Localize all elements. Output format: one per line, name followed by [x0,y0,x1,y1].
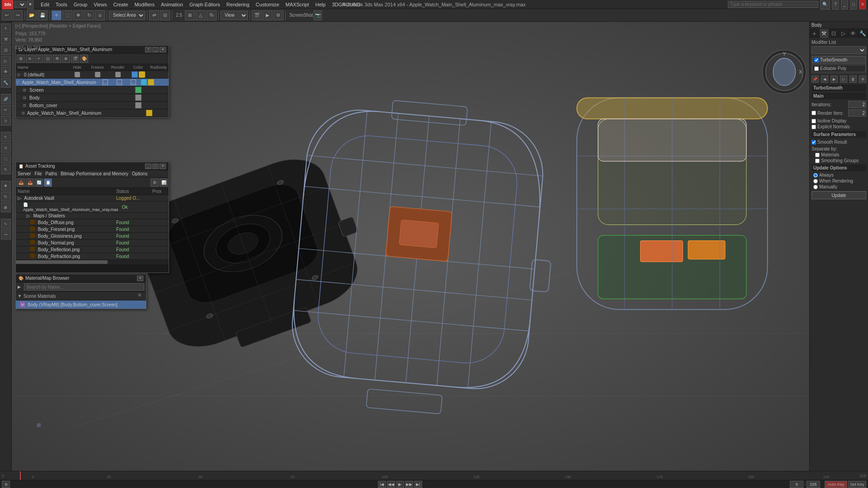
next-key-btn[interactable]: ▶| [414,481,422,488]
render-btn[interactable]: ▶ [263,10,273,20]
tab-hierarchy[interactable]: ⊡ [829,29,839,38]
modifier-edpoly[interactable]: Editable Poly [812,65,866,72]
asset-menu-paths[interactable]: Paths [46,171,57,176]
asset-row-normal[interactable]: Body_Normal.png Found [16,239,169,246]
layers-freeze-btn[interactable]: ❄ [62,55,70,63]
move-btn[interactable]: ✥ [73,10,83,20]
menu-modifiers[interactable]: Modifiers [132,2,157,7]
freeform-tool[interactable]: 〜 [1,230,11,239]
layers-settings-btn[interactable]: ⚙ [17,55,25,63]
minimize-btn[interactable]: _ [841,0,848,9]
mod-prev-btn[interactable]: ◀ [821,75,828,83]
asset-row-maps[interactable]: ▷ Maps / Shaders [16,213,169,219]
asset-tool3[interactable]: 🔄 [35,178,43,187]
material-close-btn[interactable]: ✕ [137,276,143,281]
redo-btn[interactable]: ↪ [13,10,23,20]
paint-tool[interactable]: ✎ [1,164,11,174]
asset-close-btn[interactable]: ✕ [160,164,166,169]
modify-tool[interactable]: ⚒ [1,34,11,44]
layers-delete-btn[interactable]: ✕ [26,55,34,63]
motion-tool[interactable]: ▷ [1,56,11,66]
modifier-dropdown[interactable] [811,46,866,54]
layer-row-screen[interactable]: ⊡ Screen [16,86,169,94]
menu-edit[interactable]: Edit [38,2,52,7]
mod-cfg-btn[interactable]: ⚙ [859,75,866,83]
move-tool[interactable]: ✥ [1,181,11,191]
layer-row-apple[interactable]: ▽ Apple_Watch_Main_Shell_Aluminum — — — [16,79,169,86]
layers-obj-btn[interactable]: ⊡ [44,55,52,63]
select-tool[interactable]: ↖ [1,132,11,142]
prev-frame-btn[interactable]: ◀◀ [387,481,395,488]
modifier-turbosm[interactable]: TurboSmooth [812,56,866,64]
open-btn[interactable]: 📂 [27,10,37,20]
scale-tool[interactable]: ⊠ [1,202,11,212]
modifier-edpoly-cb[interactable] [814,66,819,71]
utility-tool[interactable]: 🔧 [1,78,11,88]
asset-tool6[interactable]: 📊 [160,178,168,187]
menu-rendering[interactable]: Rendering [224,2,252,7]
rect-select-tool[interactable]: ⬚ [1,154,11,164]
maximize-btn[interactable]: □ [850,0,857,9]
select-name-tool[interactable]: N [1,143,11,153]
modifier-turbosm-cb[interactable] [814,58,819,62]
render-frame-btn[interactable]: 🎬 [252,10,262,20]
menu-create[interactable]: Create [110,2,131,7]
render-settings-btn[interactable]: ⚙ [274,10,283,20]
select-filter[interactable]: Select Area [109,11,145,20]
play-btn[interactable]: ▶ [396,481,404,488]
layers-color-btn[interactable]: 🎨 [80,55,88,63]
menu-maxscript[interactable]: MAXScript [283,2,312,7]
menu-customize[interactable]: Customize [253,2,282,7]
asset-menu-bitmap[interactable]: Bitmap Performance and Memory [61,171,128,176]
set-key-btn[interactable]: Set Key [848,481,866,488]
timeline-track[interactable]: 0 0 25 50 75 100 125 150 175 200 225 225 [0,471,868,480]
asset-tool4[interactable]: 📋 [44,178,52,187]
asset-row-fresnel[interactable]: Body_Fresnel.png Found [16,226,169,233]
align-btn[interactable]: ⊟ [160,10,170,20]
display-tool[interactable]: 👁 [1,67,11,77]
asset-restore-btn[interactable]: □ [152,164,159,169]
asset-tool1[interactable]: 📤 [17,178,25,187]
menu-graph-editors[interactable]: Graph Editors [187,2,223,7]
isoline-checkbox[interactable] [811,119,816,123]
smoothing-groups-checkbox[interactable] [815,159,820,163]
workspace-select[interactable]: Workspace: Default [14,1,26,8]
viewport-area[interactable]: [+] [Perspective] [Realistic + Edged Fac… [12,22,809,471]
mod-delete-btn[interactable]: 🗑 [849,75,857,83]
material-item-body[interactable]: V Body (VRayMtl) [Body,Bottom_cover,Scre… [16,300,146,309]
asset-menu-server[interactable]: Server [18,171,31,176]
layer-row-bottom[interactable]: ⊡ Bottom_cover [16,102,169,109]
select-btn[interactable]: ✛ [52,10,61,20]
render-iters-input[interactable] [848,109,866,117]
rotate-btn[interactable]: ↻ [84,10,94,20]
asset-menu-file[interactable]: File [34,171,42,176]
next-frame-btn[interactable]: ▶▶ [405,481,413,488]
radio-always[interactable]: Always [813,173,866,178]
asset-row-file[interactable]: 📄 Apple_Watch_Main_Shell_Aluminum_max_vr… [16,202,169,213]
asset-menu-options[interactable]: Options [132,171,147,176]
asset-row-vault[interactable]: ▷ Autodesk Vault Logged O... [16,195,169,202]
menu-animation[interactable]: Animation [158,2,186,7]
layers-add-btn[interactable]: + [35,55,43,63]
asset-minimize-btn[interactable]: _ [145,164,151,169]
help-icon[interactable]: ? [832,0,839,9]
angle-snap-btn[interactable]: △ [196,10,206,20]
percent-snap-btn[interactable]: % [207,10,217,20]
menu-group[interactable]: Group [71,2,90,7]
play-config-btn[interactable]: ⚙ [2,481,10,488]
radio-manually[interactable]: Manually [813,184,866,189]
logo-icon[interactable]: 3ds [2,0,14,9]
create-tool[interactable]: + [1,23,11,33]
tab-create[interactable]: + [810,29,820,38]
update-button[interactable]: Update [811,191,866,199]
timeline-marks[interactable]: 0 25 50 75 100 125 150 175 200 225 [15,471,848,480]
layers-minimize-btn[interactable]: _ [152,47,159,52]
workspace-dropdown-btn[interactable]: ▼ [27,0,33,9]
asset-row-refraction[interactable]: Body_Refraction.png Found [16,253,169,260]
menu-views[interactable]: Views [91,2,109,7]
iterations-input[interactable] [848,101,866,108]
layers-eye-btn[interactable]: 👁 [53,55,61,63]
unlink-tool[interactable]: ✂ [1,105,11,115]
layers-render-btn[interactable]: 🎬 [71,55,79,63]
search-icon[interactable]: 🔍 [820,0,830,9]
